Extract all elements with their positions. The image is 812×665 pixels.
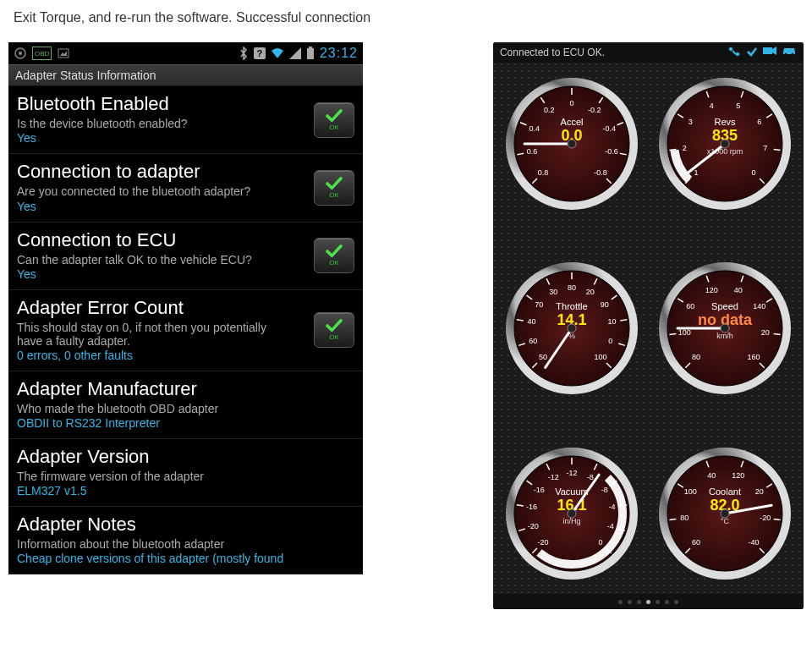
svg-point-60: [721, 140, 729, 148]
svg-text:0: 0: [752, 168, 756, 177]
svg-text:160: 160: [748, 353, 760, 361]
svg-text:60: 60: [529, 337, 537, 345]
svg-text:7: 7: [763, 144, 767, 152]
checkmark-icon: [746, 46, 758, 60]
signal-icon: [289, 47, 301, 59]
svg-marker-11: [772, 47, 776, 55]
svg-text:°C: °C: [721, 517, 730, 525]
pager-dot[interactable]: [665, 600, 669, 604]
gauge-coolant[interactable]: 60801004012020-20-40Coolant82.0°C: [657, 446, 793, 581]
status-value: Yes: [17, 267, 354, 281]
status-title: Connection to adapter: [17, 161, 354, 183]
svg-text:-12: -12: [566, 469, 577, 477]
car-icon: [782, 46, 797, 60]
status-desc: Information about the bluetooth adapter: [17, 537, 295, 551]
svg-text:Speed: Speed: [711, 301, 738, 311]
status-item[interactable]: Bluetooth EnabledIs the device bluetooth…: [8, 86, 363, 154]
svg-text:20: 20: [755, 488, 764, 497]
pager-dot[interactable]: [674, 600, 678, 604]
svg-text:5: 5: [737, 101, 741, 109]
svg-text:30: 30: [549, 289, 557, 297]
status-item[interactable]: Adapter Error CountThis should stay on 0…: [8, 290, 363, 371]
svg-text:40: 40: [707, 471, 716, 480]
phone-gauges: Connected to ECU OK. 0.80.60.40.20-0.2-0…: [493, 42, 804, 609]
svg-text:Revs: Revs: [715, 117, 737, 127]
svg-line-52: [774, 149, 781, 150]
svg-text:40: 40: [734, 286, 743, 294]
status-item[interactable]: Adapter NotesInformation about the bluet…: [8, 507, 363, 574]
svg-text:Accel: Accel: [560, 117, 583, 127]
svg-text:0.4: 0.4: [529, 124, 540, 132]
pager-dot[interactable]: [637, 600, 641, 604]
svg-text:-20: -20: [760, 514, 771, 522]
status-item[interactable]: Adapter VersionThe firmware version of t…: [8, 439, 363, 507]
svg-text:60: 60: [687, 303, 695, 311]
bluetooth-icon: [239, 47, 249, 60]
svg-point-37: [568, 140, 576, 148]
ok-badge: OK: [314, 312, 354, 348]
svg-text:-0.4: -0.4: [602, 124, 616, 132]
status-title: Bluetooth Enabled: [17, 93, 354, 115]
gauge-accel[interactable]: 0.80.60.40.20-0.2-0.4-0.6-0.8Accel0.0: [504, 76, 639, 212]
svg-text:90: 90: [601, 300, 609, 309]
gauge-vacuum[interactable]: -20-20-16-16-12-12-8-8-4-40Vacuum16.1in/…: [504, 446, 639, 581]
status-desc: Who made the bluetooth OBD adapter: [17, 402, 295, 415]
statusbar-time: 23:12: [320, 46, 358, 61]
svg-text:2: 2: [683, 144, 687, 152]
status-title: Adapter Manufacturer: [17, 378, 354, 400]
status-title: Connection to ECU: [17, 229, 354, 251]
svg-text:-8: -8: [586, 473, 593, 481]
svg-text:100: 100: [678, 329, 691, 338]
svg-text:0: 0: [569, 99, 573, 107]
ok-badge: OK: [314, 170, 354, 206]
status-desc: This should stay on 0, if not then you p…: [17, 321, 295, 348]
status-value: Yes: [17, 200, 354, 213]
svg-text:100: 100: [684, 488, 697, 497]
svg-text:-4: -4: [608, 503, 615, 512]
section-header: Adapter Status Information: [8, 64, 363, 86]
svg-text:80: 80: [568, 283, 576, 292]
pager-dot[interactable]: [628, 600, 632, 604]
battery-icon: [306, 47, 315, 60]
ok-badge: OK: [314, 238, 354, 273]
svg-text:-0.6: -0.6: [605, 147, 618, 156]
satellite-icon: [727, 46, 741, 60]
status-value: 0 errors, 0 other faults: [17, 349, 354, 362]
svg-text:1: 1: [694, 168, 699, 177]
svg-text:-4: -4: [606, 522, 613, 530]
svg-marker-3: [60, 51, 67, 56]
svg-text:20: 20: [761, 329, 770, 338]
pager-dot[interactable]: [618, 600, 623, 604]
svg-text:0.8: 0.8: [538, 168, 549, 177]
status-item[interactable]: Connection to adapterAre you connected t…: [8, 154, 363, 222]
pager-dot[interactable]: [646, 600, 650, 604]
page-indicator[interactable]: [493, 594, 804, 609]
pager-dot[interactable]: [656, 600, 660, 604]
gauge-speed[interactable]: 80100601204014020160Speedno datakm/h: [657, 261, 793, 396]
wifi-icon: [271, 47, 284, 59]
svg-text:Coolant: Coolant: [709, 486, 741, 497]
gauges-grid: 0.80.60.40.20-0.2-0.4-0.6-0.8Accel0.0123…: [493, 63, 804, 594]
status-item[interactable]: Adapter ManufacturerWho made the bluetoo…: [8, 371, 363, 439]
svg-text:-12: -12: [547, 473, 558, 481]
ok-badge: OK: [314, 102, 354, 138]
svg-point-141: [568, 509, 576, 518]
svg-text:4: 4: [710, 101, 714, 109]
help-icon: ?: [254, 47, 266, 59]
svg-rect-10: [763, 47, 772, 54]
svg-text:120: 120: [705, 286, 718, 294]
svg-line-94: [670, 334, 677, 335]
svg-line-104: [774, 334, 781, 335]
status-item[interactable]: Connection to ECUCan the adapter talk OK…: [8, 223, 363, 290]
svg-line-146: [670, 519, 677, 520]
gauge-throttle[interactable]: 5060407030802090100100Throttle14.1%: [504, 261, 639, 396]
status-value: OBDII to RS232 Interpreter: [17, 416, 354, 430]
svg-line-42: [670, 149, 677, 150]
svg-text:3: 3: [689, 118, 693, 126]
status-desc: Is the device bluetooth enabled?: [17, 117, 295, 130]
connection-status-text: Connected to ECU OK.: [500, 47, 605, 58]
svg-text:80: 80: [681, 514, 689, 522]
camera-icon: [763, 46, 776, 60]
gauge-revs[interactable]: 12345670Revs835x1000 rpm: [657, 76, 793, 212]
status-title: Adapter Error Count: [17, 297, 354, 319]
